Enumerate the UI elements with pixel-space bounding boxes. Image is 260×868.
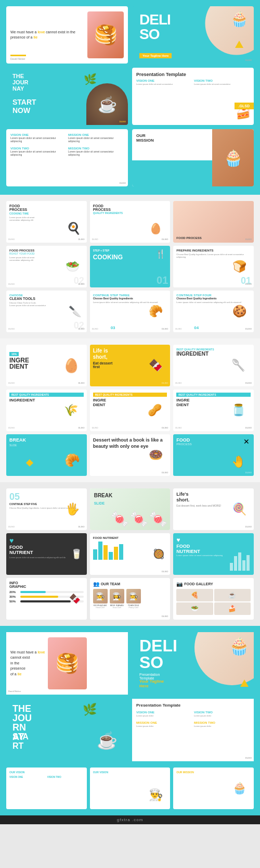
if-photo bbox=[56, 389, 87, 431]
ov-label-b: OUR VISION bbox=[9, 771, 84, 774]
author-name: David Nicker bbox=[10, 57, 25, 60]
vi2-2: VISION TWO Lorem ipsum dolor bbox=[194, 711, 250, 717]
nc-photo bbox=[147, 533, 170, 575]
fp-tag-1: DLISO bbox=[78, 238, 84, 241]
bm-sub: SLIDE bbox=[94, 501, 105, 505]
glsd-badge: .GLSD bbox=[235, 103, 254, 109]
pres2-tag: DLISO bbox=[245, 757, 252, 759]
slide-fp-1: FOODPROCESS COOKING TIME Lorem ipsum dol… bbox=[6, 201, 87, 243]
section-hero: We must have a love cannot exist in the … bbox=[0, 0, 260, 195]
slide-dessert-life: Life isshort, Eat dessertfirst DLISO bbox=[90, 345, 171, 386]
ch-tag: DLISO bbox=[78, 328, 84, 330]
dl-tag: DLISO bbox=[162, 382, 168, 384]
tagline-box: Your Tagline Here bbox=[139, 53, 172, 58]
slide-glsd: Presentation Template VISION ONE Lorem i… bbox=[132, 68, 254, 125]
slide-gallery: 📷 FOOD GALLERY 🍕 ☕ 🥗 🍰 bbox=[173, 578, 254, 620]
s4-photo bbox=[225, 291, 254, 332]
bq-tag2: DLISO bbox=[175, 382, 181, 384]
nt-bar-1 bbox=[230, 563, 233, 571]
in-photo bbox=[139, 389, 170, 431]
nt-icon: ♥ bbox=[176, 536, 251, 544]
jny-start: START bbox=[12, 732, 29, 751]
info-pct-2: 30% bbox=[9, 595, 19, 598]
slide-ingredient-flour: BEST QUALITY INGREDIENTS INGREDIENT DLIS… bbox=[6, 389, 87, 431]
gallery-grid: 🍕 ☕ 🥗 🍰 bbox=[176, 589, 251, 615]
fpx-sub: PROCESS bbox=[176, 443, 251, 446]
cook-tag: DLISO bbox=[162, 238, 168, 241]
vision-grid-2: VISION ONE Lorem ipsum dolor VISION TWO … bbox=[136, 711, 250, 727]
ing-tag-1: DLISO bbox=[78, 382, 84, 384]
is-tag: DLISO bbox=[245, 426, 252, 429]
fpx-tag: DLISO bbox=[245, 471, 252, 474]
fp-title-3: FOOD PROCESS bbox=[176, 236, 201, 240]
slide-our-mission: OURMISSION bbox=[132, 129, 254, 186]
mission-one-item: MISSION ONE Lorem ipsum dolor sit amet c… bbox=[68, 133, 124, 143]
slide-dessert-quote: Dessert without a book is like a beauty … bbox=[90, 434, 171, 476]
food-corner bbox=[217, 68, 254, 125]
member-photo-2: 👩‍🍳 bbox=[110, 589, 124, 603]
nt-bar-5 bbox=[246, 555, 250, 571]
info-pct-1: 20% bbox=[9, 590, 19, 594]
ov-grid-b: VISION ONE VISION TWO bbox=[9, 776, 84, 778]
slide-best-quality: BEST QUALITY INGREDIENTS INGREDIENT DLIS… bbox=[173, 345, 254, 386]
info-pct-3: 50% bbox=[9, 600, 19, 603]
we-must-text: We must have a love cannot exist in the … bbox=[10, 30, 84, 40]
member-photo-1: 👨‍🍳 bbox=[93, 589, 108, 603]
c5-tag2: DLISO bbox=[8, 525, 15, 528]
bm-macarons: 🍬🍬🍬 bbox=[110, 510, 168, 528]
yellow-accent-bar bbox=[10, 55, 26, 56]
ing-photo-1 bbox=[56, 345, 87, 386]
ch-photo bbox=[63, 291, 87, 332]
dq-tag: DLISO bbox=[162, 471, 168, 474]
bq-photo bbox=[223, 345, 254, 386]
gallery-item-2: ☕ bbox=[214, 589, 251, 601]
fp-title-1: FOODPROCESS bbox=[9, 204, 84, 211]
nc-bar-6 bbox=[119, 544, 123, 560]
vision-two-b: VISION TWO bbox=[47, 776, 84, 778]
highlight-love: love bbox=[37, 30, 45, 34]
fpx-icon: ✕ bbox=[243, 437, 250, 446]
vision-two-item: VISION TWO Lorem ipsum dolor sit amet co… bbox=[10, 147, 66, 156]
r-photo bbox=[58, 246, 87, 287]
dlso-tag: DLISO bbox=[245, 59, 252, 61]
slide-fp-2: FOODPROCESS QUALITY INGREDIENTS DLISO DL… bbox=[90, 201, 171, 243]
s3-photo bbox=[141, 291, 170, 332]
slide-lifeshort: Life'sshort. Eat dessert first, work les… bbox=[173, 488, 254, 530]
r-tag2: DLISO bbox=[8, 283, 15, 285]
ing-badge-1: 10% bbox=[9, 352, 19, 356]
br-photo bbox=[58, 445, 87, 476]
s4-tag2: DLISO bbox=[175, 328, 181, 330]
if-tag2: DLISO bbox=[8, 426, 15, 429]
slide-food-x: ✕ FOOD PROCESS DLISO bbox=[173, 434, 254, 476]
team-members: 👨‍🍳 KEVIN AZLAK Head Chef 👩‍🍳 MISS SIANA… bbox=[93, 589, 167, 609]
nt-chart-bars bbox=[230, 552, 250, 571]
slide-deli: DELI SO 🧁 Your Tagline Here DLISO bbox=[132, 6, 254, 64]
vision-one: VISION ONE Lorem ipsum dolor sit amet co… bbox=[136, 79, 192, 85]
nc-tag: DLISO bbox=[162, 570, 168, 573]
fn-photo bbox=[66, 533, 87, 575]
slide-nutrient-chart: FOOD NUTRIENT DLISO bbox=[90, 533, 171, 575]
ig-photo bbox=[63, 578, 87, 620]
triangle-accent bbox=[235, 41, 243, 48]
slide-fp-3: FOOD PROCESS DLISO bbox=[173, 201, 254, 243]
c5-photo bbox=[58, 488, 87, 530]
ov-photo-c: 👨‍🍳 bbox=[141, 781, 170, 809]
gfxtra-domain: .com bbox=[132, 817, 143, 822]
food-img2: 🥞 bbox=[48, 637, 87, 689]
vision-one-item: VISION ONE Lorem ipsum dolor sit amet co… bbox=[10, 133, 66, 143]
slide-nutrient-teal: ♥ FOODNUTRIENT Lorem ipsum dolor sit ame… bbox=[173, 533, 254, 575]
slide-our-mission-b: OUR MISSION 🧁 bbox=[173, 768, 254, 809]
member-1: 👨‍🍳 KEVIN AZLAK Head Chef bbox=[93, 589, 108, 609]
slide-infographic: INFOGRAPHIC 20% 30% 50% bbox=[6, 578, 87, 620]
team-tag: DLISO bbox=[162, 615, 168, 618]
sc-cooking-icon: 🍴 bbox=[155, 249, 166, 259]
section-food-process: FOODPROCESS COOKING TIME Lorem ipsum dol… bbox=[0, 195, 260, 338]
info-bar-fill-2 bbox=[20, 596, 58, 598]
gfxtra-footer: gfxtra .com bbox=[0, 815, 260, 824]
slide-choose: CHOOSE CLEAN TOOLS Choose Clean Tools to… bbox=[6, 291, 87, 332]
gfxtra-text: gfxtra bbox=[117, 817, 131, 822]
info-bar-fill-1 bbox=[20, 591, 46, 593]
member-role-3: Pastry Chef bbox=[126, 607, 141, 609]
vision-one-b: VISION ONE bbox=[9, 776, 46, 778]
section-vision-bottom: OUR VISION VISION ONE VISION TWO OUR VIS… bbox=[0, 768, 260, 815]
